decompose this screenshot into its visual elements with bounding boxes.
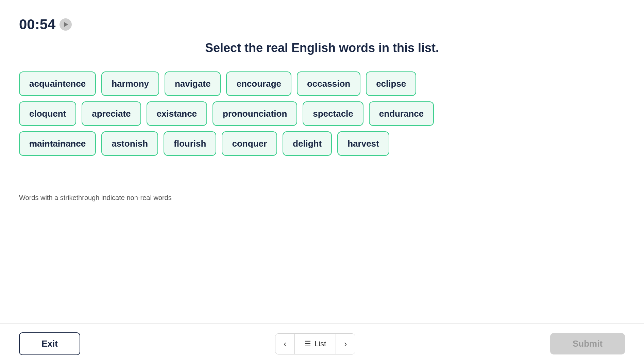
word-btn-endurance[interactable]: endurance (369, 101, 434, 126)
word-btn-harvest[interactable]: harvest (337, 131, 389, 156)
words-grid: acquaintenceharmonynavigateencourageocca… (19, 71, 625, 156)
word-btn-acquaintence[interactable]: acquaintence (19, 71, 96, 96)
nav-section: ‹ ☰ List › (275, 333, 355, 354)
word-btn-conquer[interactable]: conquer (222, 131, 277, 156)
play-button[interactable] (60, 18, 72, 31)
word-btn-navigate[interactable]: navigate (165, 71, 221, 96)
exit-button[interactable]: Exit (19, 332, 80, 355)
words-row-1: acquaintenceharmonynavigateencourageocca… (19, 71, 625, 96)
word-btn-astonish[interactable]: astonish (101, 131, 158, 156)
word-btn-occassion[interactable]: occassion (297, 71, 360, 96)
prev-button[interactable]: ‹ (275, 334, 295, 354)
submit-button[interactable]: Submit (550, 333, 625, 354)
question-title: Select the real English words in this li… (0, 41, 644, 55)
word-btn-maintainance[interactable]: maintainance (19, 131, 96, 156)
word-btn-eloquent[interactable]: eloquent (19, 101, 76, 126)
list-icon: ☰ (304, 340, 311, 348)
word-btn-encourage[interactable]: encourage (226, 71, 291, 96)
word-btn-harmony[interactable]: harmony (101, 71, 159, 96)
word-btn-flourish[interactable]: flourish (164, 131, 216, 156)
word-btn-delight[interactable]: delight (283, 131, 332, 156)
word-btn-eclipse[interactable]: eclipse (366, 71, 416, 96)
timer-section: 00:54 (19, 16, 72, 33)
timer-display: 00:54 (19, 16, 55, 33)
word-btn-existance[interactable]: existance (147, 101, 207, 126)
word-btn-pronounciation[interactable]: pronounciation (213, 101, 297, 126)
word-btn-apreciate[interactable]: apreciate (82, 101, 141, 126)
words-row-3: maintainanceastonishflourishconquerdelig… (19, 131, 625, 156)
hint-text: Words with a strikethrough indicate non-… (19, 194, 172, 202)
next-button[interactable]: › (336, 334, 355, 354)
words-row-2: eloquentapreciateexistancepronounciation… (19, 101, 625, 126)
bottom-bar: Exit ‹ ☰ List › Submit (0, 323, 644, 364)
list-label: List (315, 340, 326, 348)
list-nav: ☰ List (295, 334, 336, 354)
word-btn-spectacle[interactable]: spectacle (303, 101, 363, 126)
